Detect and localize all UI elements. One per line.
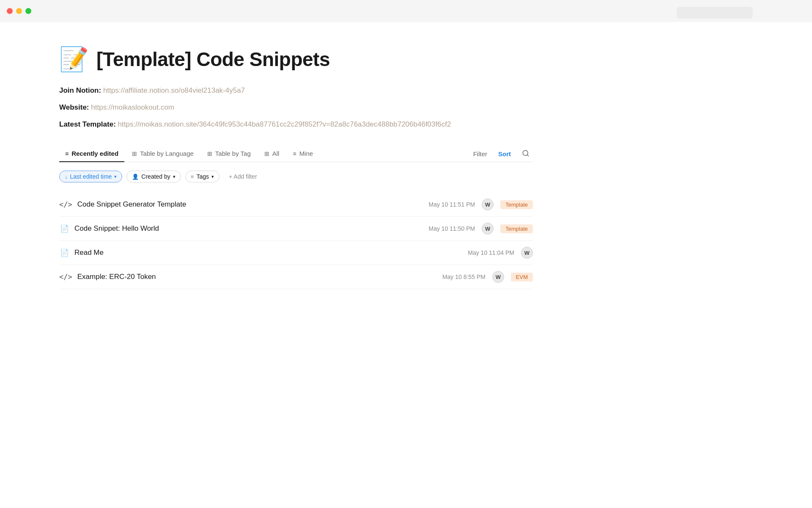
row-title: Code Snippet Generator Template — [77, 200, 187, 209]
list-item[interactable]: 📄 Code Snippet: Hello World May 10 11:50… — [59, 217, 533, 241]
chevron-down-icon-2: ▾ — [173, 174, 176, 179]
chevron-down-icon: ▾ — [114, 174, 117, 179]
latest-template-line: Latest Template: https://moikas.notion.s… — [59, 120, 533, 129]
avatar: W — [482, 223, 494, 235]
filter-created-by-label: Created by — [141, 173, 170, 180]
svg-line-1 — [527, 155, 528, 156]
row-tag: EVM — [511, 273, 533, 282]
list-item[interactable]: </> Example: ERC-20 Token May 10 8:55 PM… — [59, 265, 533, 289]
row-date: May 10 11:50 PM — [420, 225, 475, 232]
minimize-button[interactable] — [16, 8, 22, 14]
avatar: W — [492, 271, 504, 283]
page-title: [Template] Code Snippets — [96, 48, 330, 71]
row-tag: Template — [500, 224, 533, 233]
list-item[interactable]: 📄 Read Me May 10 11:04 PM W — [59, 241, 533, 265]
row-title: Example: ERC-20 Token — [77, 273, 156, 281]
document-icon: 📄 — [59, 224, 69, 233]
tags-icon: ≡ — [191, 174, 194, 180]
tab-icon-table-by-language: ⊞ — [132, 150, 137, 157]
filter-created-by[interactable]: 👤 Created by ▾ — [126, 171, 181, 182]
join-notion-label: Join Notion: — [59, 86, 101, 94]
row-title: Code Snippet: Hello World — [74, 224, 159, 233]
join-notion-line: Join Notion: https://affiliate.notion.so… — [59, 86, 533, 95]
tab-icon-recently-edited: ≡ — [65, 150, 69, 157]
row-right: May 10 8:55 PM W EVM — [431, 271, 533, 283]
chevron-down-icon-3: ▾ — [211, 174, 214, 179]
filter-bar: ↓ Last edited time ▾ 👤 Created by ▾ ≡ Ta… — [59, 171, 533, 182]
join-notion-link[interactable]: https://affiliate.notion.so/o84viel213ak… — [103, 86, 245, 94]
filter-button[interactable]: Filter — [472, 148, 489, 160]
page-title-row: 📝 [Template] Code Snippets — [59, 47, 533, 71]
row-left: </> Example: ERC-20 Token — [59, 273, 431, 281]
row-date: May 10 8:55 PM — [431, 273, 486, 280]
tab-label-all: All — [272, 150, 280, 157]
search-icon — [522, 149, 529, 157]
maximize-button[interactable] — [25, 8, 31, 14]
row-title: Read Me — [74, 248, 104, 257]
arrow-down-icon: ↓ — [65, 174, 68, 180]
list-item[interactable]: </> Code Snippet Generator Template May … — [59, 193, 533, 217]
tab-bar: ≡ Recently edited ⊞ Table by Language ⊞ … — [59, 146, 533, 162]
add-filter-button[interactable]: + Add filter — [224, 171, 262, 182]
close-button[interactable] — [7, 8, 13, 14]
filter-tags[interactable]: ≡ Tags ▾ — [185, 171, 219, 182]
person-icon: 👤 — [132, 174, 139, 180]
website-label: Website: — [59, 103, 89, 111]
row-date: May 10 11:04 PM — [459, 249, 514, 256]
filter-last-edited-time-label: Last edited time — [70, 173, 112, 180]
tab-icon-mine: ≡ — [293, 150, 296, 157]
search-button[interactable] — [520, 147, 531, 161]
code-icon: </> — [59, 200, 72, 209]
main-content: 📝 [Template] Code Snippets Join Notion: … — [0, 22, 592, 289]
tab-recently-edited[interactable]: ≡ Recently edited — [59, 146, 124, 162]
tab-all[interactable]: ⊞ All — [258, 146, 285, 162]
website-line: Website: https://moikaslookout.com — [59, 103, 533, 112]
website-link[interactable]: https://moikaslookout.com — [91, 103, 174, 111]
row-right: May 10 11:04 PM W — [459, 247, 533, 259]
tab-bar-right: Filter Sort — [472, 147, 533, 161]
list-section: </> Code Snippet Generator Template May … — [59, 193, 533, 289]
page-emoji: 📝 — [59, 47, 89, 71]
document-icon-2: 📄 — [59, 248, 69, 257]
top-search-hint — [677, 7, 753, 19]
row-left: 📄 Read Me — [59, 248, 459, 257]
tab-label-table-by-language: Table by Language — [140, 150, 194, 157]
code-icon-2: </> — [59, 273, 72, 281]
tab-bar-left: ≡ Recently edited ⊞ Table by Language ⊞ … — [59, 146, 472, 162]
tab-label-table-by-tag: Table by Tag — [215, 150, 251, 157]
avatar: W — [521, 247, 533, 259]
row-left: 📄 Code Snippet: Hello World — [59, 224, 420, 233]
filter-last-edited-time[interactable]: ↓ Last edited time ▾ — [59, 171, 122, 182]
row-right: May 10 11:50 PM W Template — [420, 223, 533, 235]
filter-tags-label: Tags — [196, 173, 209, 180]
tab-label-mine: Mine — [299, 150, 313, 157]
info-section: Join Notion: https://affiliate.notion.so… — [59, 86, 533, 129]
row-right: May 10 11:51 PM W Template — [420, 199, 533, 210]
tab-label-recently-edited: Recently edited — [71, 150, 118, 157]
row-tag: Template — [500, 200, 533, 209]
row-date: May 10 11:51 PM — [420, 201, 475, 208]
row-left: </> Code Snippet Generator Template — [59, 200, 420, 209]
tab-table-by-language[interactable]: ⊞ Table by Language — [126, 146, 200, 162]
tab-table-by-tag[interactable]: ⊞ Table by Tag — [201, 146, 257, 162]
sort-button[interactable]: Sort — [497, 148, 513, 160]
tab-icon-all: ⊞ — [264, 150, 269, 157]
tab-icon-table-by-tag: ⊞ — [207, 150, 212, 157]
latest-template-label: Latest Template: — [59, 120, 116, 128]
avatar: W — [482, 199, 494, 210]
tab-mine[interactable]: ≡ Mine — [287, 146, 319, 162]
latest-template-link[interactable]: https://moikas.notion.site/364c49fc953c4… — [118, 120, 451, 128]
